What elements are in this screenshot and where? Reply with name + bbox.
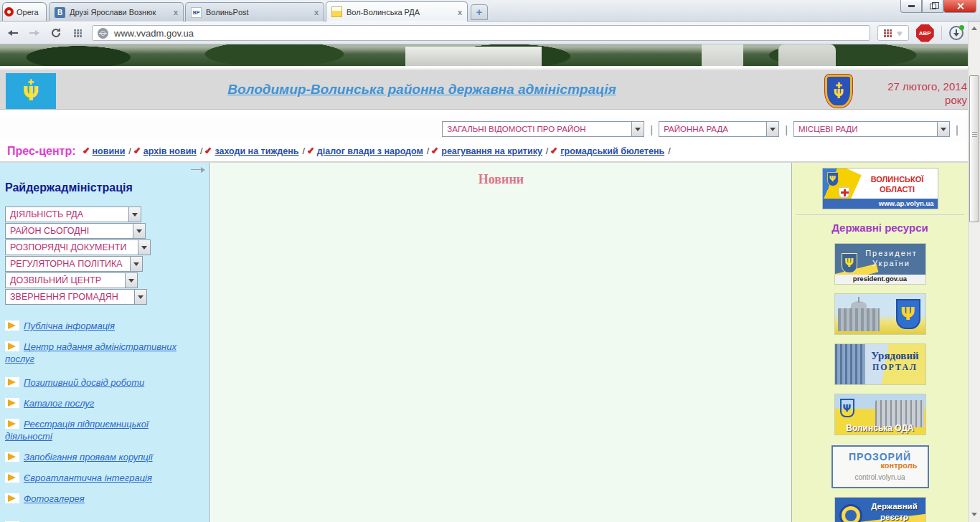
building-spire	[858, 297, 859, 303]
site-logo[interactable]: ✚ Ψ	[6, 73, 56, 109]
sidebar-link-list: Публічна інформація Центр надання адміні…	[5, 320, 209, 522]
browser-window: Opera В Друзі Ярослави Вознюк x ВР Волин…	[0, 0, 980, 522]
address-bar-input[interactable]: www.vvadm.gov.ua	[92, 25, 870, 41]
trident-shield-icon: Ψ	[840, 399, 854, 417]
speed-dial-mini-icon[interactable]	[884, 29, 892, 37]
check-icon	[205, 147, 212, 153]
tab-close-icon[interactable]: x	[174, 8, 178, 16]
scroll-up-button[interactable]	[969, 23, 980, 34]
speed-dial-button[interactable]	[70, 26, 85, 40]
right-sidebar: Ψ ВОЛИНСЬКОЇ ОБЛАСТІ www.ap.volyn.ua Дер…	[791, 163, 968, 522]
sidebar-collapse-icon[interactable]	[191, 167, 205, 173]
arms-trident-icon: Ψ	[834, 88, 844, 100]
dropdown-arrow-button[interactable]	[766, 122, 778, 136]
sidebar-dropdown-permit-center[interactable]: ДОЗВІЛЬНИЙ ЦЕНТР	[5, 272, 138, 288]
dropdown-local-councils[interactable]: МІСЦЕВІ РАДИ	[793, 121, 950, 137]
minimize-button[interactable]	[900, 0, 922, 13]
parliament-building	[838, 308, 880, 331]
site-title-link[interactable]: Володимир-Волинська районна державна адм…	[227, 82, 616, 97]
voter-registry-banner-link[interactable]: Державний реєстр виборців	[835, 498, 925, 522]
dropdown-arrow-button[interactable]	[138, 240, 150, 255]
volyn-oda-banner-link[interactable]: Ψ Волинська ОДА	[835, 394, 925, 435]
tab-close-icon[interactable]: x	[314, 8, 319, 16]
oblast-banner-link[interactable]: Ψ ВОЛИНСЬКОЇ ОБЛАСТІ www.ap.volyn.ua	[822, 168, 938, 209]
government-portal-banner-link[interactable]: Урядовий ПОРТАЛ	[835, 344, 925, 384]
tab-vk[interactable]: В Друзі Ярослави Вознюк x	[49, 2, 184, 22]
prozoryi-url: control.volyn.ua	[833, 473, 928, 481]
site-security-badge-icon[interactable]	[98, 28, 108, 39]
dropdown-arrow-button[interactable]	[937, 122, 949, 136]
press-link-dialog: діалог влади з народом/	[308, 146, 429, 156]
trident-shield-icon: Ψ	[842, 253, 857, 273]
scroll-down-button[interactable]	[969, 509, 980, 520]
parliament-banner-link[interactable]: Ψ	[835, 294, 925, 334]
window-controls	[900, 0, 976, 13]
back-button[interactable]	[6, 26, 20, 40]
dropdown-arrow-button[interactable]	[125, 273, 137, 288]
trident-shield-icon: Ψ	[827, 172, 839, 186]
press-link-week-events: заходи на тиждень/	[205, 146, 304, 156]
scrollbar-thumb[interactable]	[969, 75, 979, 222]
page-content: ✚ Ψ Володимир-Волинська районна державна…	[0, 44, 980, 522]
gold-arrow-icon	[5, 377, 19, 387]
forward-button[interactable]	[27, 26, 42, 40]
press-link-news: новини/	[83, 146, 131, 156]
sidebar-dropdown-citizen-appeals[interactable]: ЗВЕРНЕННЯ ГРОМАДЯН	[5, 289, 147, 305]
monument-shape	[405, 47, 542, 66]
tab-rda-active[interactable]: Вол-Волинська РДА x	[326, 1, 468, 22]
dropdown-arrow-button[interactable]	[128, 207, 141, 222]
voter-registry-text: Державний реєстр виборців	[865, 501, 924, 522]
president-banner-text: Президент України	[859, 248, 924, 268]
new-tab-button[interactable]: +	[471, 4, 488, 20]
dropdown-district-council[interactable]: РАЙОННА РАДА	[659, 121, 779, 137]
downloads-icon[interactable]	[949, 26, 963, 40]
gold-arrow-icon	[5, 321, 19, 331]
sidebar-title: Райдержадміністрація	[5, 181, 209, 194]
banner-photo	[0, 44, 980, 66]
opera-menu-button[interactable]: Opera	[2, 2, 47, 21]
dropdown-arrow-button[interactable]	[134, 290, 146, 304]
grid-icon	[74, 29, 82, 37]
dropdown-arrow-button[interactable]	[133, 224, 145, 238]
reload-button[interactable]	[49, 26, 63, 40]
president-banner-link[interactable]: Ψ Президент України president.gov.ua	[835, 244, 925, 284]
chevron-up-icon	[971, 27, 977, 30]
sidebar-dropdown-district-today[interactable]: РАЙОН СЬОГОДНІ	[5, 223, 146, 239]
gold-arrow-icon	[5, 341, 19, 351]
volyn-oda-label: Волинська ОДА	[835, 423, 925, 433]
restore-button[interactable]	[922, 0, 943, 13]
dropdown-general-info[interactable]: ЗАГАЛЬНІ ВІДОМОСТІ ПРО РАЙОН	[442, 121, 644, 137]
main-content: Новини	[211, 163, 791, 522]
tab-close-icon[interactable]: x	[458, 8, 462, 16]
top-nav-dropdown-row: ЗАГАЛЬНІ ВІДОМОСТІ ПРО РАЙОН | РАЙОННА Р…	[0, 117, 970, 141]
sidebar-dropdown-documents[interactable]: РОЗПОРЯДЧІ ДОКУМЕНТИ	[5, 239, 151, 255]
opera-menu-label: Opera	[17, 8, 39, 16]
sidebar-dropdown-regulatory[interactable]: РЕГУЛЯТОРНА ПОЛІТИКА	[5, 256, 143, 272]
news-heading: Новини	[211, 172, 791, 187]
gold-arrow-icon	[5, 473, 19, 483]
transparent-control-banner-link[interactable]: ПРОЗОРИЙ контроль control.volyn.ua	[831, 445, 929, 488]
date-line2: року	[859, 93, 967, 107]
check-icon	[133, 147, 140, 153]
dropdown-arrow-button[interactable]	[130, 257, 142, 271]
sidebar-dropdown-activity[interactable]: ДІЯЛЬНІСТЬ РДА	[5, 207, 141, 222]
left-sidebar: Райдержадміністрація ДІЯЛЬНІСТЬ РДА РАЙО…	[0, 163, 210, 522]
dropdown-arrow-button[interactable]	[631, 122, 644, 136]
check-icon	[551, 147, 557, 153]
vertical-scrollbar[interactable]	[968, 22, 980, 522]
gold-arrow-icon	[5, 452, 19, 462]
close-button[interactable]	[943, 0, 976, 13]
oblast-banner-text: ВОЛИНСЬКОЇ ОБЛАСТІ	[860, 174, 935, 194]
trident-icon: Ψ	[23, 85, 39, 103]
chevron-down-icon	[141, 246, 147, 250]
chevron-down-icon	[971, 513, 977, 516]
adblock-plus-icon[interactable]: ABP	[916, 24, 934, 42]
bookmark-heart-icon[interactable]: ♥	[897, 29, 903, 38]
press-center-label: Прес-центр:	[7, 145, 76, 158]
tab-volynpost[interactable]: ВР ВолиньPost x	[185, 2, 324, 22]
tab-title: Вол-Волинська РДА	[347, 8, 453, 16]
trident-shield-icon: Ψ	[896, 299, 920, 329]
chevron-down-icon	[770, 128, 776, 131]
downloads-badge	[959, 25, 964, 30]
monument-shape	[778, 44, 836, 66]
